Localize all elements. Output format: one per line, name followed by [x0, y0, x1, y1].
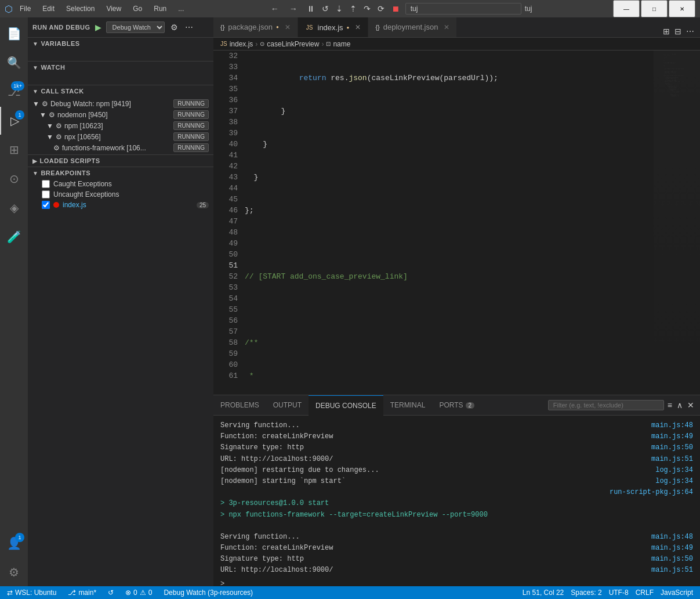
add-config-button[interactable]: ⚙ — [169, 21, 179, 33]
console-link-6[interactable]: log.js:34 — [655, 476, 693, 487]
tab-problems[interactable]: PROBLEMS — [213, 395, 266, 416]
close-panel-button[interactable]: ✕ — [686, 399, 695, 411]
menu-view[interactable]: View — [104, 3, 124, 14]
activity-item-accounts[interactable]: 👤 1 — [0, 529, 28, 557]
back-button[interactable]: ← — [267, 3, 282, 15]
console-link-4[interactable]: main.js:51 — [651, 454, 693, 465]
console-link-5[interactable]: log.js:34 — [655, 465, 693, 476]
minimize-button[interactable]: — — [613, 0, 640, 17]
breadcrumb-name[interactable]: name — [333, 40, 350, 48]
tab-debug-console[interactable]: DEBUG CONSOLE — [309, 395, 383, 416]
language-status[interactable]: JavaScript — [658, 589, 695, 597]
activity-item-remote[interactable]: ⊙ — [0, 165, 28, 193]
loaded-scripts-header[interactable]: ▶ LOADED SCRIPTS — [28, 155, 213, 167]
sync-status[interactable]: ↺ — [106, 589, 116, 597]
breadcrumb-indexjs[interactable]: index.js — [230, 40, 253, 48]
line-ending-status[interactable]: CRLF — [633, 589, 656, 597]
console-link-9[interactable]: main.js:50 — [651, 554, 693, 565]
console-link-3[interactable]: main.js:50 — [651, 442, 693, 453]
console-link-2[interactable]: main.js:49 — [651, 431, 693, 442]
menu-run[interactable]: Run — [151, 3, 169, 14]
caught-exceptions-checkbox[interactable] — [42, 180, 50, 188]
console-link-7[interactable]: main.js:48 — [651, 532, 693, 543]
split-editor-button[interactable]: ⊞ — [662, 26, 671, 37]
activity-item-explorer[interactable]: 📄 — [0, 20, 28, 48]
console-link-run-script[interactable]: run-script-pkg.js:64 — [610, 487, 693, 498]
errors-status[interactable]: ⊗ 0 ⚠ 0 — [123, 589, 154, 597]
collapse-panel-button[interactable]: ∧ — [676, 399, 684, 411]
console-line-10: URL: http://localhost:9000/ main.js:51 — [220, 565, 693, 576]
forward-button[interactable]: → — [286, 3, 301, 15]
pause-button[interactable]: ⏸ — [304, 3, 317, 15]
menu-go[interactable]: Go — [130, 3, 144, 14]
code-editor[interactable]: 3233343536 3738394041 4243444546 4748495… — [213, 50, 700, 395]
position-status[interactable]: Ln 51, Col 22 — [520, 589, 566, 597]
menu-file[interactable]: File — [17, 3, 33, 14]
tab-package-json[interactable]: {} package.json ● ✕ — [213, 17, 298, 37]
search-icon: 🔍 — [7, 56, 21, 70]
continue-button[interactable]: ⟳ — [375, 3, 387, 15]
activity-item-extensions[interactable]: ⊞ — [0, 136, 28, 164]
breadcrumb-caselinkpreview[interactable]: caseLinkPreview — [267, 40, 319, 48]
debug-status[interactable]: Debug Watch (3p-resources) — [161, 589, 255, 597]
console-filter-input[interactable] — [548, 400, 664, 410]
indexjs-breakpoint-checkbox[interactable] — [42, 201, 50, 209]
console-text-9: Signature type: http — [220, 554, 304, 565]
package-json-close[interactable]: ✕ — [285, 23, 291, 31]
search-input[interactable] — [405, 3, 521, 15]
breakpoints-header[interactable]: ▼ BREAKPOINTS — [28, 167, 213, 179]
menu-edit[interactable]: Edit — [40, 3, 57, 14]
branch-status[interactable]: ⎇ main* — [66, 589, 99, 597]
step-into-button[interactable]: ⇡ — [347, 3, 359, 15]
tab-output[interactable]: OUTPUT — [266, 395, 309, 416]
console-blank — [220, 521, 224, 532]
start-debug-button[interactable]: ▶ — [95, 23, 101, 32]
callstack-group-npm[interactable]: ▼ ⚙ Debug Watch: npm [9419] RUNNING — [28, 98, 213, 109]
uncaught-exceptions-checkbox[interactable] — [42, 190, 50, 199]
more-options-button[interactable]: ⋯ — [184, 21, 194, 33]
code-line-32: return res.json(caseLinkPreview(parsedUr… — [245, 73, 651, 84]
restart-button[interactable]: ↺ — [320, 3, 331, 15]
callstack-group-ff[interactable]: ⚙ functions-framework [106... RUNNING — [28, 142, 213, 153]
step-over-button[interactable]: ⇣ — [333, 3, 345, 15]
console-line-8: Function: createLinkPreview main.js:49 — [220, 543, 693, 554]
spaces-status[interactable]: Spaces: 2 — [568, 589, 604, 597]
console-link-10[interactable]: main.js:51 — [651, 565, 693, 576]
activity-item-run-debug[interactable]: ▷ 1 — [0, 107, 28, 135]
activity-item-source-control[interactable]: ⎇ 1k+ — [0, 78, 28, 106]
remote-status[interactable]: ⇄ WSL: Ubuntu — [5, 589, 59, 597]
activity-item-search[interactable]: 🔍 — [0, 49, 28, 77]
code-content[interactable]: return res.json(caseLinkPreview(parsedUr… — [242, 50, 654, 395]
list-view-button[interactable]: ≡ — [666, 399, 673, 411]
tab-deployment-json[interactable]: {} deployment.json ✕ — [368, 17, 457, 37]
code-line-35: } — [245, 172, 651, 183]
callstack-group-npx[interactable]: ▼ ⚙ npx [10656] RUNNING — [28, 131, 213, 142]
tab-index-js[interactable]: JS index.js ● ✕ — [298, 17, 369, 37]
more-tab-actions[interactable]: ⋯ — [685, 26, 695, 37]
console-link-1[interactable]: main.js:48 — [651, 420, 693, 431]
tab-ports[interactable]: PORTS 2 — [432, 395, 481, 416]
activity-item-testing[interactable]: ◈ — [0, 194, 28, 222]
panel-layout-button[interactable]: ⊟ — [673, 26, 683, 37]
maximize-button[interactable]: □ — [641, 0, 668, 17]
step-out-button[interactable]: ↷ — [361, 3, 373, 15]
callstack-group-nodemon[interactable]: ▼ ⚙ nodemon [9450] RUNNING — [28, 109, 213, 120]
watch-header[interactable]: ▼ WATCH — [28, 62, 213, 73]
console-link-8[interactable]: main.js:49 — [651, 543, 693, 554]
variables-header[interactable]: ▼ VARIABLES — [28, 38, 213, 49]
debug-config-dropdown[interactable]: Debug Watch — [106, 21, 165, 33]
breakpoints-chevron: ▼ — [32, 170, 38, 176]
deployment-json-close[interactable]: ✕ — [444, 23, 449, 31]
indexjs-close[interactable]: ✕ — [355, 23, 361, 31]
tab-terminal[interactable]: TERMINAL — [383, 395, 433, 416]
close-button[interactable]: ✕ — [669, 0, 695, 17]
callstack-group-npm2[interactable]: ▼ ⚙ npm [10623] RUNNING — [28, 120, 213, 131]
encoding-status[interactable]: UTF-8 — [607, 589, 631, 597]
stop-button[interactable]: ⏹ — [389, 3, 402, 15]
activity-item-flask[interactable]: 🧪 — [0, 223, 28, 251]
menu-more[interactable]: ... — [176, 3, 186, 14]
callstack-header[interactable]: ▼ CALL STACK — [28, 85, 213, 97]
activity-item-settings[interactable]: ⚙ — [0, 558, 28, 586]
menu-selection[interactable]: Selection — [64, 3, 97, 14]
gear-npx-icon: ⚙ — [56, 133, 62, 141]
